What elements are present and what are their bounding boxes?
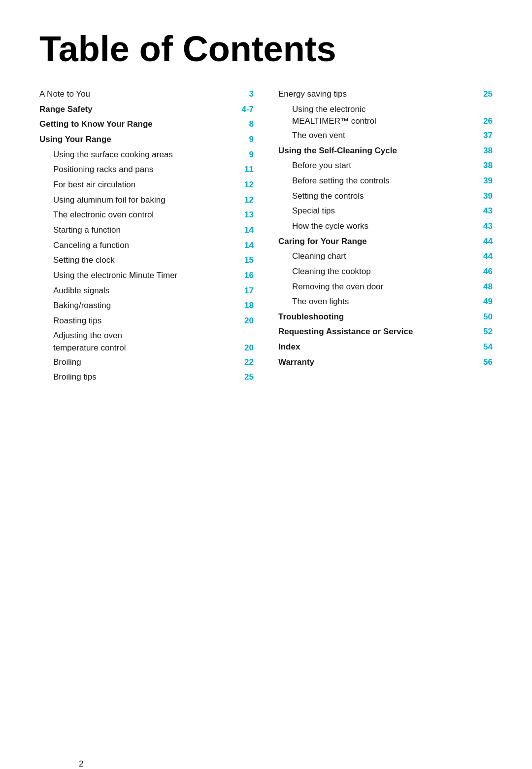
list-item: Using aluminum foil for baking12 <box>39 194 254 207</box>
list-item: The oven vent37 <box>278 130 493 142</box>
list-item: Getting to Know Your Range8 <box>39 118 254 131</box>
toc-right-column: Energy saving tips25Using the electronic… <box>273 88 493 386</box>
list-item: Using Your Range9 <box>39 134 254 146</box>
list-item: Index54 <box>278 341 493 353</box>
toc-container: A Note to You3Range Safety4-7Getting to … <box>39 88 493 386</box>
list-item: Using the electronicMEALTIMER™ control26 <box>278 104 493 128</box>
list-item: Broiling22 <box>39 356 254 369</box>
list-item: Using the Self-Cleaning Cycle38 <box>278 145 493 157</box>
list-item: Using the electronic Minute Timer16 <box>39 270 254 282</box>
list-item: Cleaning chart44 <box>278 250 493 263</box>
list-item: Energy saving tips25 <box>278 88 493 101</box>
list-item: Baking/roasting18 <box>39 300 254 312</box>
list-item: Troubleshooting50 <box>278 311 493 323</box>
list-item: Positioning racks and pans11 <box>39 164 254 176</box>
list-item: Roasting tips20 <box>39 315 254 327</box>
list-item: Setting the clock15 <box>39 254 254 267</box>
list-item: Range Safety4-7 <box>39 104 254 116</box>
list-item: Broiling tips25 <box>39 371 254 384</box>
page-number: 2 <box>79 759 83 769</box>
list-item: The oven lights49 <box>278 296 493 308</box>
list-item: Warranty56 <box>278 356 493 369</box>
list-item: How the cycle works43 <box>278 220 493 233</box>
list-item: Starting a function14 <box>39 224 254 237</box>
list-item: Setting the controls39 <box>278 190 493 203</box>
list-item: For best air circulation12 <box>39 179 254 191</box>
list-item: Before you start38 <box>278 160 493 172</box>
list-item: Special tips43 <box>278 205 493 217</box>
list-item: Caring for Your Range44 <box>278 236 493 248</box>
toc-left-column: A Note to You3Range Safety4-7Getting to … <box>39 88 273 386</box>
list-item: Requesting Assistance or Service52 <box>278 326 493 338</box>
list-item: Audible signals17 <box>39 285 254 297</box>
list-item: Adjusting the oventemperature control20 <box>39 330 254 354</box>
list-item: A Note to You3 <box>39 88 254 101</box>
list-item: The electronic oven control13 <box>39 209 254 221</box>
list-item: Before setting the controls39 <box>278 175 493 187</box>
page-title: Table of Contents <box>39 30 493 69</box>
list-item: Canceling a function14 <box>39 240 254 252</box>
list-item: Using the surface cooking areas9 <box>39 149 254 161</box>
list-item: Cleaning the cooktop46 <box>278 266 493 278</box>
list-item: Removing the oven door48 <box>278 281 493 293</box>
